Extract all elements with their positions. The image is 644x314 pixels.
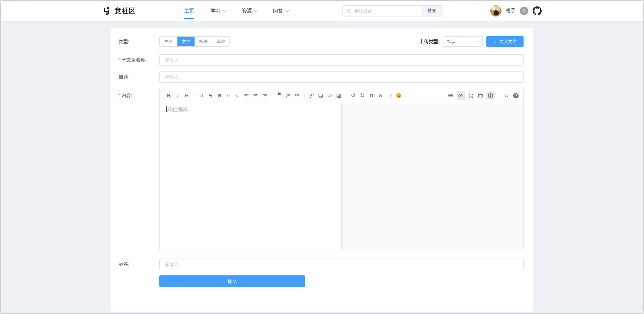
editor-input-pane[interactable]: 开始编辑... bbox=[160, 103, 341, 250]
navbar-inner: 意社区 主页 学习 资源 问答 bbox=[102, 1, 542, 21]
required-mark: * bbox=[119, 57, 120, 62]
align-center-icon[interactable] bbox=[252, 91, 259, 100]
superscript-icon[interactable]: x² bbox=[225, 91, 232, 100]
sub-article-label: *子文章名称: bbox=[119, 54, 159, 66]
submit-button[interactable]: 提交 bbox=[159, 275, 305, 287]
nav-item-resources[interactable]: 资源 bbox=[242, 1, 257, 21]
import-article-label: 导入文章 bbox=[499, 39, 517, 45]
search-icon bbox=[343, 6, 352, 16]
nav-item-qa[interactable]: 问答 bbox=[273, 1, 288, 21]
chevron-down-icon bbox=[477, 39, 480, 43]
outline-icon[interactable] bbox=[447, 91, 454, 100]
description-label: 描述: bbox=[119, 71, 159, 83]
preview-toggle-icon[interactable] bbox=[457, 91, 465, 100]
chevron-down-icon bbox=[223, 9, 226, 12]
align-right-icon[interactable] bbox=[261, 91, 268, 100]
code-block-icon[interactable] bbox=[326, 91, 333, 100]
subscript-icon[interactable]: x₂ bbox=[234, 91, 241, 100]
page-body: 类型: 主题 文章 板块 其他 上传类型: 默认 导入文章 bbox=[1, 21, 643, 314]
nav-item-learn[interactable]: 学习 bbox=[211, 1, 225, 21]
type-option-topic[interactable]: 主题 bbox=[160, 37, 177, 46]
align-left-icon[interactable] bbox=[243, 91, 250, 100]
search-input[interactable] bbox=[352, 6, 422, 16]
pane-divider[interactable] bbox=[341, 103, 343, 250]
site-search: 搜索 bbox=[342, 5, 442, 16]
type-label: 类型: bbox=[119, 36, 159, 47]
bold-icon[interactable]: B bbox=[165, 91, 172, 100]
toolbar-right-group: ? bbox=[447, 91, 519, 100]
sub-article-input[interactable] bbox=[159, 54, 524, 66]
search-button[interactable]: 搜索 bbox=[422, 6, 442, 16]
brand-logo-icon bbox=[102, 6, 111, 15]
markdown-editor: B I H U S x² x₂ ❝ 123 bbox=[159, 88, 524, 250]
italic-icon[interactable]: I bbox=[174, 91, 181, 100]
description-input[interactable] bbox=[159, 71, 524, 83]
editor-preview-pane bbox=[343, 103, 523, 250]
toolbar-divider bbox=[272, 93, 272, 98]
strikethrough-icon[interactable]: S bbox=[207, 91, 214, 100]
ordered-list-icon[interactable]: 123 bbox=[285, 91, 291, 100]
submit-spacer bbox=[119, 275, 159, 287]
emoji-icon[interactable] bbox=[395, 91, 402, 100]
editor-panes: 开始编辑... bbox=[160, 103, 523, 250]
toolbar-divider bbox=[499, 93, 499, 98]
user-cluster: 橙子 bbox=[490, 5, 542, 17]
save-icon[interactable] bbox=[377, 91, 384, 100]
github-icon[interactable] bbox=[533, 6, 542, 15]
delete-icon[interactable] bbox=[368, 91, 375, 100]
link-icon[interactable] bbox=[308, 91, 315, 100]
username: 橙子 bbox=[506, 8, 516, 14]
tags-input[interactable] bbox=[159, 259, 524, 270]
type-option-board[interactable]: 板块 bbox=[195, 37, 212, 46]
nav-item-label: 主页 bbox=[184, 8, 194, 14]
nav-item-home[interactable]: 主页 bbox=[184, 1, 194, 21]
upload-type-label: 上传类型: bbox=[419, 39, 440, 45]
avatar[interactable] bbox=[490, 5, 502, 17]
toolbar-divider bbox=[304, 93, 305, 98]
toolbar-divider bbox=[346, 93, 346, 98]
source-code-icon[interactable] bbox=[503, 91, 510, 100]
fullscreen-icon[interactable] bbox=[468, 91, 474, 100]
main-nav: 主页 学习 资源 问答 bbox=[184, 1, 288, 21]
undo-icon[interactable]: ↺ bbox=[350, 91, 357, 100]
description-row: 描述: bbox=[119, 71, 524, 83]
brand[interactable]: 意社区 bbox=[102, 6, 136, 15]
nav-item-label: 学习 bbox=[211, 8, 221, 14]
upload-type-select[interactable]: 默认 bbox=[443, 36, 483, 47]
help-icon[interactable]: ? bbox=[513, 91, 519, 100]
tags-row: 标签: bbox=[119, 259, 524, 270]
editor-toolbar: B I H U S x² x₂ ❝ 123 bbox=[160, 88, 523, 103]
type-segmented-control: 主题 文章 板块 其他 bbox=[159, 36, 230, 47]
brand-title: 意社区 bbox=[115, 6, 136, 15]
unordered-list-icon[interactable] bbox=[294, 91, 301, 100]
chevron-down-icon bbox=[285, 9, 289, 12]
table-icon[interactable] bbox=[335, 91, 342, 100]
image-icon[interactable] bbox=[317, 91, 324, 100]
type-row: 类型: 主题 文章 板块 其他 上传类型: 默认 导入文章 bbox=[119, 36, 524, 47]
bookmark-icon[interactable] bbox=[216, 91, 223, 100]
import-article-button[interactable]: 导入文章 bbox=[486, 36, 524, 47]
nav-item-label: 资源 bbox=[242, 8, 252, 14]
chevron-down-icon bbox=[254, 9, 258, 12]
upload-type-value: 默认 bbox=[447, 39, 455, 45]
type-option-article[interactable]: 文章 bbox=[177, 37, 195, 46]
editor-placeholder: 开始编辑... bbox=[167, 106, 192, 112]
redo-icon[interactable]: ↻ bbox=[359, 91, 366, 100]
heading-icon[interactable]: H bbox=[183, 91, 190, 100]
split-view-icon[interactable] bbox=[486, 91, 495, 100]
required-mark: * bbox=[119, 93, 120, 98]
preview-only-icon[interactable] bbox=[477, 91, 484, 100]
content-label: *内容: bbox=[119, 88, 159, 250]
blockquote-icon[interactable]: ❝ bbox=[276, 91, 282, 100]
svg-text:3: 3 bbox=[286, 96, 287, 98]
check-box-icon[interactable] bbox=[386, 91, 393, 100]
content-row: *内容: B I H U S x² x₂ bbox=[119, 88, 524, 250]
upload-cluster: 上传类型: 默认 导入文章 bbox=[419, 36, 524, 47]
toolbar-divider bbox=[194, 93, 194, 98]
submit-row: 提交 bbox=[119, 275, 524, 287]
download-icon bbox=[493, 39, 497, 44]
underline-icon[interactable]: U bbox=[198, 91, 205, 100]
nav-item-label: 问答 bbox=[273, 8, 283, 14]
gitee-icon[interactable] bbox=[520, 7, 528, 15]
type-option-other[interactable]: 其他 bbox=[212, 37, 229, 46]
